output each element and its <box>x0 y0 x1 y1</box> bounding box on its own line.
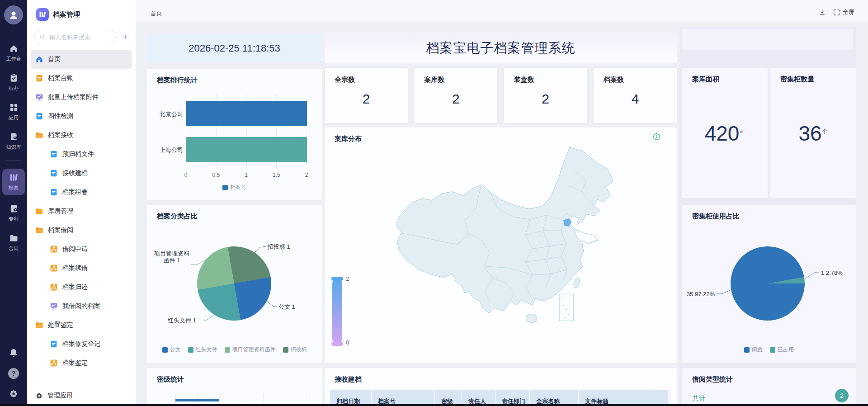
sidebar-item[interactable]: 档案归还 <box>31 278 132 297</box>
sidebar-item[interactable]: 我借阅的档案 <box>31 297 132 316</box>
legend-item[interactable]: 公文 <box>162 346 181 354</box>
rail-item-kb[interactable]: AI知识库 <box>2 130 25 153</box>
rail-item-contract[interactable]: 合同 <box>2 231 25 254</box>
sidebar-item[interactable]: 预归档文件 <box>31 145 132 164</box>
gear-icon[interactable] <box>9 389 19 399</box>
sidebar-item[interactable]: 首页 <box>31 50 132 69</box>
china-map[interactable] <box>379 144 656 341</box>
borrow-total-badge: 2 <box>835 389 849 402</box>
sidebar-item-label: 接收建档 <box>62 169 88 177</box>
org-orange-icon <box>50 245 58 253</box>
stat-label: 案库数 <box>414 68 497 84</box>
fullscreen-label: 全屏 <box>843 8 854 16</box>
legend-item[interactable]: 闲置 <box>744 346 763 354</box>
app-rail: 工作台待办应用AI知识库档案专利合同 ? <box>0 0 27 406</box>
south-china-sea-inset <box>559 294 574 321</box>
bar[interactable] <box>186 137 307 162</box>
rail-divider <box>6 160 21 161</box>
doc-blue-icon <box>50 169 58 177</box>
legend-swatch <box>188 347 193 353</box>
legend-item[interactable]: 红头文件 <box>188 346 217 354</box>
map-color-scale[interactable] <box>332 279 342 344</box>
kpi-unit: ㎡ <box>739 128 745 135</box>
legend-item[interactable]: 已占用 <box>770 346 794 354</box>
sidebar-item[interactable]: 处置鉴定 <box>31 316 132 335</box>
system-title-card: 档案宝电子档案管理系统 <box>325 33 677 63</box>
svg-text:AI: AI <box>14 137 16 139</box>
download-icon[interactable] <box>818 9 826 16</box>
rail-item-books[interactable]: 档案 <box>2 169 25 195</box>
stat-value: 2 <box>504 91 587 107</box>
sidebar-item[interactable]: 档案鉴定 <box>31 354 132 373</box>
legend-label: 已占用 <box>778 346 794 354</box>
folder-open-icon <box>35 226 43 234</box>
sidebar-item[interactable]: 库房管理 <box>31 202 132 221</box>
folder-open-icon <box>35 321 43 329</box>
classification-pie[interactable] <box>197 246 271 321</box>
sidebar-item[interactable]: 接收建档 <box>31 164 132 183</box>
legend-item[interactable]: 招投标 <box>283 346 307 354</box>
legend-item[interactable]: 档案号 <box>222 184 246 191</box>
kpi-card: 密集柜数量36个 <box>770 68 856 198</box>
books-icon <box>9 173 19 182</box>
panel-title: 借阅类型统计 <box>682 368 856 384</box>
sidebar-item-manage-app[interactable]: 管理应用 <box>27 385 136 406</box>
panel-title: 档案分类占比 <box>147 205 322 221</box>
chart-legend: 公文红头文件项目管理资料函件招投标 <box>147 346 322 354</box>
y-axis-label: 北京公司 <box>149 110 183 118</box>
kpi-value: 36个 <box>770 121 856 146</box>
legend-swatch <box>744 347 750 353</box>
info-icon[interactable] <box>653 133 660 141</box>
sidebar-item[interactable]: 借阅申请 <box>31 240 132 259</box>
borrow-total-label: 共计 <box>692 394 706 403</box>
sidebar-item[interactable]: 档案接收 <box>31 126 132 145</box>
sidebar-item[interactable]: 档案修复登记 <box>31 335 132 354</box>
doc-orange-icon <box>35 74 43 82</box>
rail-item-label: 工作台 <box>6 56 21 62</box>
kb-icon: AI <box>9 132 19 142</box>
search-input[interactable] <box>48 33 112 41</box>
secret-level-chart[interactable] <box>147 368 322 406</box>
sidebar-item[interactable]: 档案台账 <box>31 69 132 88</box>
apps-icon <box>9 103 19 112</box>
logo-tile <box>36 8 49 21</box>
receive-table-panel: 接收建档 归档日期档案号密级责任人责任部门全宗名称文件标题 <box>325 368 677 406</box>
bell-icon[interactable] <box>9 348 19 358</box>
sidebar-search[interactable] <box>34 30 117 44</box>
fullscreen-button[interactable]: 全屏 <box>833 8 854 16</box>
sidebar-item[interactable]: 批量上传档案附件 <box>31 88 132 107</box>
rail-nav: 工作台待办应用AI知识库档案专利合同 <box>0 42 27 254</box>
rail-item-home[interactable]: 工作台 <box>2 42 25 65</box>
legend-item[interactable]: 项目管理资料函件 <box>225 346 276 354</box>
sidebar-item[interactable]: 档案组卷 <box>31 183 132 202</box>
secret-level-panel: 密级统计 <box>147 368 322 406</box>
app-title: 档案管理 <box>53 10 80 19</box>
x-tick-label: 1 <box>237 172 255 178</box>
sidebar-item-label: 处置鉴定 <box>48 321 73 329</box>
add-button[interactable]: + <box>120 33 130 42</box>
legend-label: 招投标 <box>291 346 307 354</box>
kpi-label: 案库面积 <box>682 68 768 84</box>
fullscreen-icon <box>833 9 840 16</box>
rail-item-todo[interactable]: 待办 <box>2 71 25 94</box>
cabinet-usage-pie[interactable] <box>731 246 805 321</box>
rail-item-patent[interactable]: 专利 <box>2 202 25 225</box>
sidebar-item[interactable]: 档案借阅 <box>31 221 132 240</box>
user-avatar[interactable] <box>4 5 23 24</box>
sidebar-item-label: 我借阅的档案 <box>62 302 100 310</box>
tab-home[interactable]: 首页 <box>151 0 162 24</box>
panel-title: 密集柜使用占比 <box>682 205 856 221</box>
sidebar-item-label: 档案台账 <box>48 74 73 82</box>
bar[interactable] <box>186 101 307 126</box>
rank-bar-chart[interactable]: 00.511.52北京公司上海公司 <box>147 69 322 200</box>
sidebar-item[interactable]: 四性检测 <box>31 107 132 126</box>
patent-icon <box>9 204 19 213</box>
bar[interactable] <box>175 399 219 401</box>
home-blue-icon <box>35 55 43 63</box>
sidebar-item-label: 档案组卷 <box>62 188 88 196</box>
sidebar-item[interactable]: 档案续借 <box>31 259 132 278</box>
help-icon[interactable]: ? <box>8 368 19 379</box>
rail-item-apps[interactable]: 应用 <box>2 100 25 123</box>
sidebar-item-label: 首页 <box>48 55 61 63</box>
x-tick-label: 0 <box>177 172 195 178</box>
